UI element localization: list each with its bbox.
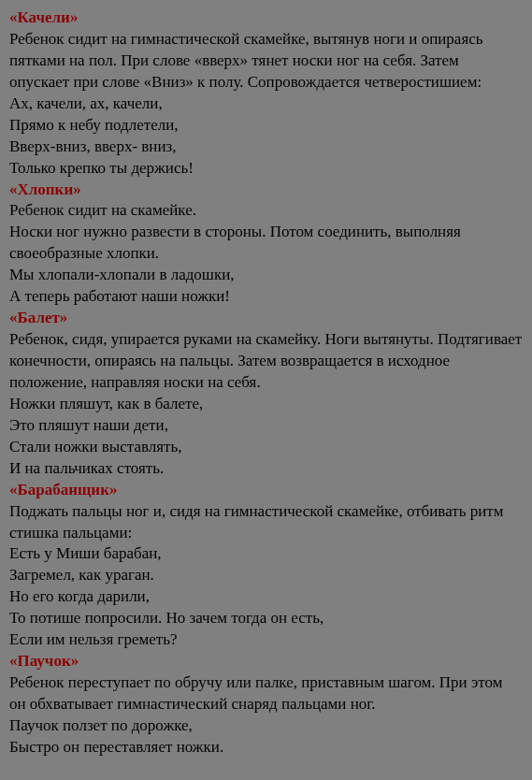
section-line: Ножки пляшут, как в балете, <box>9 394 523 415</box>
section-line: Поджать пальцы ног и, сидя на гимнастиче… <box>9 501 523 544</box>
section-line: Прямо к небу подлетели, <box>9 115 523 137</box>
document-content: «Качели» Ребенок сидит на гимнастической… <box>9 7 523 758</box>
section-line: Но его когда дарили, <box>9 586 523 608</box>
section-line: Загремел, как ураган. <box>9 565 523 586</box>
section-line: Только крепко ты держись! <box>9 158 523 180</box>
section-line: А теперь работают наши ножки! <box>9 286 523 308</box>
section-line: Ребенок сидит на гимнастической скамейке… <box>9 29 523 94</box>
section-line: Ребенок переступает по обручу или палке,… <box>9 672 523 715</box>
section-line: И на пальчиках стоять. <box>9 458 523 480</box>
section-line: То потише попросили. Но зачем тогда он е… <box>9 608 523 629</box>
section-title-2: «Балет» <box>9 308 523 329</box>
section-line: Паучок ползет по дорожке, <box>9 715 523 737</box>
section-line: Вверх-вниз, вверх- вниз, <box>9 137 523 158</box>
section-title-0: «Качели» <box>9 7 523 29</box>
section-line: Мы хлопали-хлопали в ладошки, <box>9 265 523 286</box>
section-line: Ребенок, сидя, упирается руками на скаме… <box>9 329 523 394</box>
section-line: Быстро он переставляет ножки. <box>9 737 523 758</box>
section-line: Носки ног нужно развести в стороны. Пото… <box>9 222 523 265</box>
section-title-3: «Барабанщик» <box>9 480 523 501</box>
section-line: Ребенок сидит на скамейке. <box>9 200 523 222</box>
section-line: Это пляшут наши дети, <box>9 415 523 437</box>
section-line: Если им нельзя греметь? <box>9 629 523 651</box>
section-line: Есть у Миши барабан, <box>9 543 523 565</box>
section-line: Ах, качели, ах, качели, <box>9 94 523 115</box>
section-line: Стали ножки выставлять, <box>9 437 523 458</box>
section-title-4: «Паучок» <box>9 651 523 672</box>
section-title-1: «Хлопки» <box>9 180 523 201</box>
